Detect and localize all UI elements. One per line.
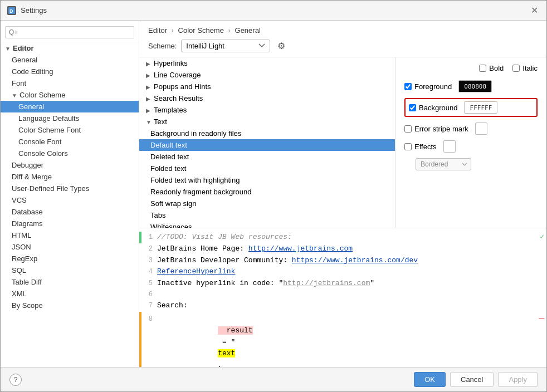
preview-panel: 1 //TODO: Visit JB Web resources: ✓ 2 Je… xyxy=(139,228,546,367)
sidebar-item-font[interactable]: Font xyxy=(1,77,139,89)
bold-checkbox-label[interactable]: Bold xyxy=(479,64,504,72)
ok-button[interactable]: OK xyxy=(414,372,446,387)
effects-color-box[interactable] xyxy=(443,140,456,153)
sidebar-item-console-colors[interactable]: Console Colors xyxy=(1,148,139,159)
tree-item-readonly-bg[interactable]: Readonly fragment background xyxy=(139,186,395,198)
sidebar-item-general-cs[interactable]: General xyxy=(1,101,139,112)
tree-item-hyperlinks[interactable]: Hyperlinks xyxy=(139,57,395,69)
code-line-3: 3 JetBrains Developer Community: https:/… xyxy=(141,255,546,267)
sidebar-item-language-defaults[interactable]: Language Defaults xyxy=(1,112,139,124)
sidebar-item-user-defined[interactable]: User-Defined File Types xyxy=(1,183,139,194)
sidebar-item-console-font[interactable]: Console Font xyxy=(1,136,139,148)
link-2[interactable]: https://www.jetbrains.com/dev xyxy=(292,256,418,264)
result-highlight: result xyxy=(218,326,252,335)
checkmark-icon: ✓ xyxy=(540,232,546,243)
sidebar-item-diff-merge[interactable]: Diff & Merge xyxy=(1,171,139,183)
sidebar-item-diagrams[interactable]: Diagrams xyxy=(1,218,139,229)
code-line-5: 5 Inactive hyperlink in code: "http://je… xyxy=(141,278,546,290)
expand-icon xyxy=(146,84,152,90)
error-stripe-checkbox[interactable] xyxy=(404,125,412,133)
help-button[interactable]: ? xyxy=(9,374,22,386)
app-icon: D xyxy=(7,6,16,15)
gear-button[interactable]: ⚙ xyxy=(275,39,288,52)
tree-item-whitespaces[interactable]: Whitespaces xyxy=(139,221,395,228)
main-header: Editor › Color Scheme › General Scheme: … xyxy=(139,21,546,57)
tree-item-templates[interactable]: Templates xyxy=(139,104,395,116)
scheme-select[interactable]: IntelliJ Light Darcula High Contrast Def… xyxy=(181,40,270,52)
code-line-4: 4 ReferenceHyperlink xyxy=(141,266,546,278)
tree-item-search-results[interactable]: Search Results xyxy=(139,92,395,104)
error-stripe-row: Error stripe mark xyxy=(404,122,538,135)
sidebar-item-code-editing[interactable]: Code Editing xyxy=(1,66,139,77)
sidebar-search[interactable] xyxy=(1,23,139,42)
scheme-row: Scheme: IntelliJ Light Darcula High Cont… xyxy=(148,39,538,52)
expand-icon xyxy=(146,61,152,66)
title-bar: D Settings ✕ xyxy=(1,1,546,21)
sidebar-item-editor[interactable]: Editor xyxy=(1,42,139,54)
tree-item-default-text[interactable]: Default text xyxy=(139,139,395,151)
background-checkbox-label[interactable]: Background xyxy=(409,104,457,112)
foreground-color-box[interactable]: 080808 xyxy=(458,80,492,92)
apply-button[interactable]: Apply xyxy=(498,372,538,387)
tree-item-popups-hints[interactable]: Popups and Hints xyxy=(139,81,395,92)
main-content: Editor › Color Scheme › General Scheme: … xyxy=(139,21,546,367)
sidebar-item-html[interactable]: HTML xyxy=(1,229,139,241)
effects-checkbox[interactable] xyxy=(404,143,412,150)
tree-item-tabs[interactable]: Tabs xyxy=(139,209,395,221)
tree-item-bg-readonly[interactable]: Background in readonly files xyxy=(139,128,395,139)
dialog-title: Settings xyxy=(21,6,47,14)
scheme-label: Scheme: xyxy=(148,42,177,50)
effects-type-select[interactable]: Bordered xyxy=(416,158,471,170)
preview-line-3: 3 JetBrains Developer Community: https:/… xyxy=(139,255,546,267)
sidebar-item-json[interactable]: JSON xyxy=(1,241,139,253)
tree-item-deleted-text[interactable]: Deleted text xyxy=(139,151,395,163)
preview-line-5: 5 Inactive hyperlink in code: "http://je… xyxy=(139,278,546,290)
expand-icon xyxy=(146,119,152,125)
preview-line-7: 7 Search: xyxy=(139,300,546,312)
text-highlight-1: text xyxy=(218,349,235,357)
error-stripe-color-box[interactable] xyxy=(475,122,487,135)
sidebar-item-vcs[interactable]: VCS xyxy=(1,194,139,206)
error-stripe-checkbox-label[interactable]: Error stripe mark xyxy=(404,125,468,133)
sidebar-item-color-scheme[interactable]: Color Scheme xyxy=(1,89,139,101)
bold-checkbox[interactable] xyxy=(479,65,486,72)
cancel-button[interactable]: Cancel xyxy=(450,372,494,387)
foreground-checkbox-label[interactable]: Foreground xyxy=(404,82,452,91)
sidebar-item-color-scheme-font[interactable]: Color Scheme Font xyxy=(1,124,139,136)
preview-line-1: 1 //TODO: Visit JB Web resources: ✓ xyxy=(139,232,546,243)
sidebar-item-sql[interactable]: SQL xyxy=(1,264,139,276)
tree-item-text[interactable]: Text xyxy=(139,116,395,128)
sidebar-item-by-scope[interactable]: By Scope xyxy=(1,300,139,311)
link-1[interactable]: http://www.jetbrains.com xyxy=(248,244,353,253)
sidebar-item-database[interactable]: Database xyxy=(1,206,139,218)
expand-icon xyxy=(12,92,17,98)
warning-icon: — xyxy=(539,312,546,326)
tree-item-soft-wrap[interactable]: Soft wrap sign xyxy=(139,198,395,209)
italic-checkbox[interactable] xyxy=(512,65,520,72)
tree-item-folded-highlight[interactable]: Folded text with highlighting xyxy=(139,174,395,186)
foreground-row: Foreground 080808 xyxy=(404,80,538,92)
sidebar-item-table-diff[interactable]: Table Diff xyxy=(1,276,139,288)
search-input[interactable] xyxy=(5,26,134,38)
breadcrumb: Editor › Color Scheme › General xyxy=(148,26,538,35)
close-button[interactable]: ✕ xyxy=(529,5,540,16)
sidebar-item-xml[interactable]: XML xyxy=(1,288,139,300)
content-area: Hyperlinks Line Coverage Popups and Hint… xyxy=(139,57,546,228)
effects-checkbox-label[interactable]: Effects xyxy=(404,143,437,151)
sidebar-item-general[interactable]: General xyxy=(1,54,139,66)
svg-text:D: D xyxy=(9,8,13,14)
preview-line-6: 6 xyxy=(139,290,546,300)
code-line-6: 6 xyxy=(141,290,546,300)
sidebar-item-debugger[interactable]: Debugger xyxy=(1,159,139,171)
expand-icon xyxy=(146,72,152,78)
tree-item-folded-text[interactable]: Folded text xyxy=(139,163,395,174)
background-row: Background FFFFFF xyxy=(404,98,538,117)
background-color-box[interactable]: FFFFFF xyxy=(464,101,497,114)
tree-item-line-coverage[interactable]: Line Coverage xyxy=(139,69,395,81)
sidebar-item-regexp[interactable]: RegExp xyxy=(1,253,139,264)
background-checkbox[interactable] xyxy=(409,104,416,111)
reference-hyperlink[interactable]: ReferenceHyperlink xyxy=(157,267,235,276)
sidebar: Editor General Code Editing Font Color S… xyxy=(1,21,139,367)
italic-checkbox-label[interactable]: Italic xyxy=(512,64,538,72)
foreground-checkbox[interactable] xyxy=(404,83,412,90)
